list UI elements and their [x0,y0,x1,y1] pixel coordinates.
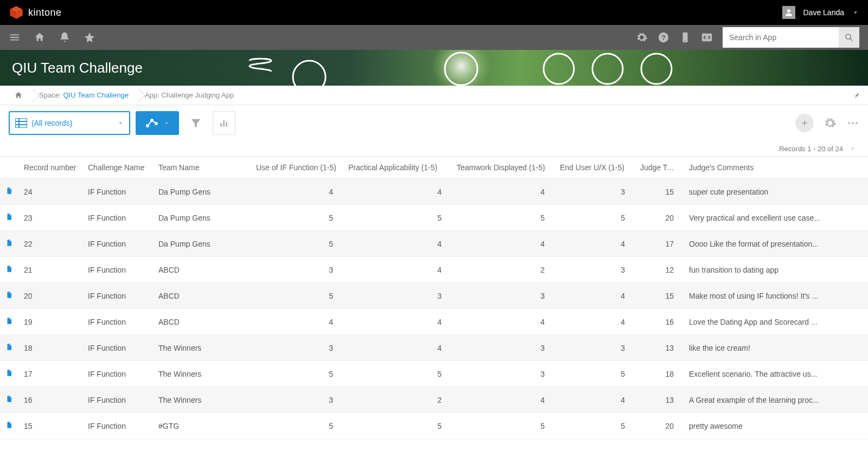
cell-practical: 3 [343,283,451,309]
help-icon[interactable]: ? [658,31,669,43]
record-open-cell[interactable] [0,231,18,257]
cell-ux: 3 [554,179,635,205]
cell-record-number: 16 [18,387,82,413]
cell-comment: like the ice cream! [684,335,868,361]
record-counter: Records 1 - 20 of 24 [779,145,843,153]
record-open-cell[interactable] [0,361,18,387]
document-icon [5,291,13,299]
record-open-cell[interactable] [0,179,18,205]
cell-record-number: 15 [18,413,82,439]
col-total[interactable]: Judge Total [635,157,684,179]
cell-practical: 4 [343,179,451,205]
cell-record-number: 17 [18,361,82,387]
table-row[interactable]: 16 IF Function The Winners 3 2 4 4 13 A … [0,387,868,413]
cell-practical: 5 [343,361,451,387]
cell-judge [245,335,251,361]
col-judge[interactable]: Judge [245,157,251,179]
view-selector[interactable]: (All records) [9,111,130,135]
search-button[interactable] [839,27,859,48]
table-row[interactable]: 19 IF Function ABCD 4 4 4 4 16 Love the … [0,309,868,335]
table-row[interactable]: 15 IF Function #GTG 5 5 5 5 20 pretty aw… [0,413,868,439]
cell-practical: 4 [343,231,451,257]
cell-challenge: IF Function [82,179,153,205]
circles-doodle-icon [542,53,705,85]
cell-team: The Winners [153,361,245,387]
bc-space-link: QIU Team Challenge [63,91,128,99]
svg-point-7 [685,41,686,42]
record-open-cell[interactable] [0,387,18,413]
cell-practical: 4 [343,309,451,335]
col-challenge-name[interactable]: Challenge Name [82,157,153,179]
star-icon[interactable] [84,31,95,43]
record-open-cell[interactable] [0,205,18,231]
table-header-row: Record number Challenge Name Team Name J… [0,157,868,179]
col-teamwork[interactable]: Teamwork Displayed (1-5) [451,157,554,179]
record-open-cell[interactable] [0,257,18,283]
menu-icon[interactable] [9,31,21,43]
plus-icon [800,119,809,127]
cell-judge [245,413,251,439]
next-page-icon[interactable] [850,144,856,153]
table-row[interactable]: 17 IF Function The Winners 5 5 3 5 18 Ex… [0,361,868,387]
table-row[interactable]: 24 IF Function Da Pump Gens 4 4 4 3 15 s… [0,179,868,205]
records-table: Record number Challenge Name Team Name J… [0,156,868,439]
funnel-icon [190,117,202,129]
cell-team: #GTG [153,413,245,439]
cell-comment: Make most of using IF functions! It's ..… [684,283,868,309]
chart-button[interactable] [213,111,235,135]
cell-team: Da Pump Gens [153,205,245,231]
document-icon [5,395,13,403]
pin-icon[interactable] [853,92,860,99]
table-row[interactable]: 18 IF Function The Winners 3 4 3 3 13 li… [0,335,868,361]
breadcrumb-space[interactable]: Space: QIU Team Challenge [33,86,138,105]
logo[interactable]: kintone [9,5,62,20]
search-input[interactable] [723,33,839,42]
svg-point-14 [592,54,623,84]
table-row[interactable]: 22 IF Function Da Pump Gens 5 4 4 4 17 O… [0,231,868,257]
settings-gear-icon[interactable] [824,117,837,130]
cell-use-if: 5 [251,231,343,257]
record-open-cell[interactable] [0,413,18,439]
more-icon[interactable] [846,117,859,130]
table-row[interactable]: 21 IF Function ABCD 3 4 2 3 12 fun trans… [0,257,868,283]
cell-total: 13 [635,335,684,361]
document-icon [5,317,13,325]
bell-icon[interactable] [59,31,71,43]
gear-icon[interactable] [636,31,648,43]
cell-comment: Love the Dating App and Scorecard ... [684,309,868,335]
col-use-if[interactable]: Use of IF Function (1-5) [251,157,343,179]
col-team-name[interactable]: Team Name [153,157,245,179]
table-row[interactable]: 20 IF Function ABCD 5 3 3 4 15 Make most… [0,283,868,309]
cell-use-if: 5 [251,413,343,439]
col-record-number[interactable]: Record number [18,157,82,179]
cell-record-number: 19 [18,309,82,335]
cell-judge [245,231,251,257]
table-row[interactable]: 23 IF Function Da Pump Gens 5 5 5 5 20 V… [0,205,868,231]
svg-rect-25 [226,122,227,126]
cell-use-if: 5 [251,283,343,309]
cell-ux: 5 [554,413,635,439]
document-icon [5,239,13,247]
record-open-cell[interactable] [0,335,18,361]
col-comments[interactable]: Judge's Comments [684,157,868,179]
cell-total: 16 [635,309,684,335]
brand-label: kintone [28,7,62,18]
document-icon [5,421,13,429]
cell-teamwork: 3 [451,283,554,309]
record-open-cell[interactable] [0,309,18,335]
chevron-down-icon [164,120,169,126]
add-record-button[interactable] [795,114,814,132]
cell-teamwork: 4 [451,231,554,257]
mobile-icon[interactable] [679,31,691,43]
filter-button[interactable] [184,111,207,135]
user-menu[interactable]: Dave Landa [782,6,859,19]
cell-ux: 3 [554,335,635,361]
code-icon[interactable] [701,31,713,43]
col-ux[interactable]: End User U/X (1-5) [554,157,635,179]
chevron-down-icon [117,120,124,126]
home-icon[interactable] [34,31,46,43]
record-open-cell[interactable] [0,283,18,309]
graph-button[interactable] [136,111,179,135]
col-practical[interactable]: Practical Applicability (1-5) [343,157,451,179]
cell-ux: 4 [554,387,635,413]
